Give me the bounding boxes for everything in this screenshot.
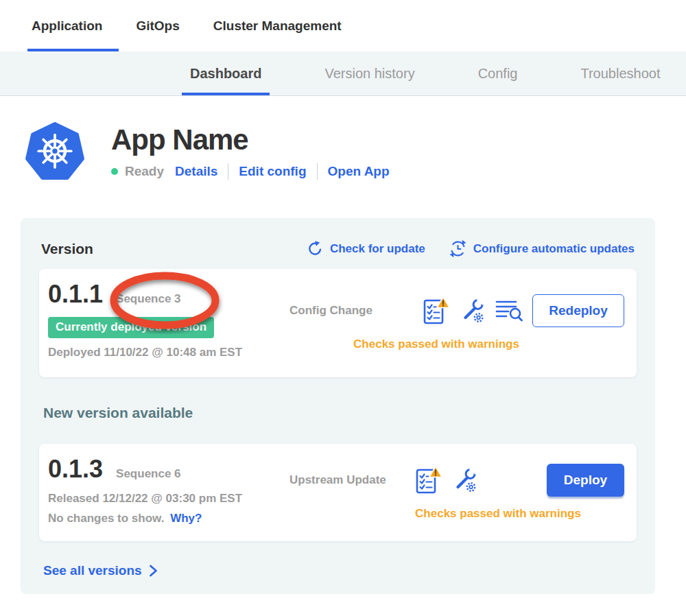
deploy-button[interactable]: Deploy	[547, 464, 624, 497]
see-all-versions-link[interactable]: See all versions	[43, 563, 158, 578]
checks-status-text[interactable]: Checks passed with warnings	[289, 507, 624, 521]
check-for-update-label: Check for update	[330, 242, 425, 256]
top-nav-item-application[interactable]: Application	[32, 0, 102, 51]
checks-status-text[interactable]: Checks passed with warnings	[289, 337, 624, 351]
no-changes-row: No changes to show. Why?	[48, 512, 289, 525]
details-link[interactable]: Details	[175, 164, 217, 179]
preflight-checks-warning-icon[interactable]	[415, 466, 442, 495]
page-title: App Name	[111, 123, 390, 156]
deployed-timestamp: Deployed 11/10/22 @ 10:48 am EST	[48, 346, 289, 359]
current-version-card: 0.1.1 Sequence 3 Currently deployed vers…	[39, 269, 637, 377]
app-tab-bar: Dashboard Version history Config Trouble…	[0, 51, 686, 96]
new-version-card: 0.1.3 Sequence 6 Released 12/12/22 @ 03:…	[39, 444, 637, 541]
version-panel-actions: Check for update Configure automatic upd…	[307, 239, 635, 258]
tab-troubleshoot[interactable]: Troubleshoot	[580, 51, 660, 95]
version-panel-header: Version Check for update Configure autom…	[21, 218, 655, 258]
preflight-checks-warning-icon[interactable]	[423, 296, 450, 325]
edit-config-link[interactable]: Edit config	[239, 164, 306, 179]
divider	[228, 163, 228, 180]
no-changes-text: No changes to show.	[48, 512, 164, 525]
version-panel-title: Version	[41, 241, 93, 257]
configure-automatic-updates-label: Configure automatic updates	[473, 242, 635, 256]
currently-deployed-badge: Currently deployed version	[48, 317, 214, 338]
configure-automatic-updates-link[interactable]: Configure automatic updates	[449, 239, 635, 258]
new-version-heading: New version available	[43, 405, 655, 421]
edit-config-wrench-icon[interactable]	[460, 297, 486, 324]
divider	[317, 163, 318, 180]
tab-dashboard[interactable]: Dashboard	[190, 51, 261, 95]
version-action-icons	[413, 296, 523, 325]
clock-refresh-icon	[449, 239, 467, 258]
open-app-link[interactable]: Open App	[328, 164, 390, 179]
new-version-info: 0.1.3 Sequence 6 Released 12/12/22 @ 03:…	[48, 455, 289, 529]
tab-config[interactable]: Config	[478, 51, 518, 95]
app-status-row: Ready Details Edit config Open App	[111, 163, 390, 180]
status-dot	[111, 168, 118, 175]
version-source-label: Config Change	[289, 304, 372, 318]
current-version-sequence: Sequence 3	[116, 292, 181, 306]
new-version-sequence: Sequence 6	[116, 467, 181, 481]
current-version-actions: Config Change	[289, 280, 624, 365]
chevron-right-icon	[149, 564, 158, 578]
status-text: Ready	[125, 164, 164, 179]
redeploy-button[interactable]: Redeploy	[532, 294, 624, 327]
current-version-number: 0.1.1	[48, 280, 103, 308]
new-version-number: 0.1.3	[48, 455, 103, 483]
version-source-label: Upstream Update	[289, 473, 386, 487]
version-action-icons	[405, 466, 478, 495]
top-nav-item-gitops[interactable]: GitOps	[136, 0, 179, 51]
top-nav: Application GitOps Cluster Management	[0, 0, 686, 51]
top-nav-item-cluster-management[interactable]: Cluster Management	[213, 0, 342, 51]
see-all-versions-label: See all versions	[43, 563, 142, 578]
new-version-actions: Upstream Update	[289, 455, 624, 529]
released-timestamp: Released 12/12/22 @ 03:30 pm EST	[48, 492, 289, 506]
tab-version-history[interactable]: Version history	[324, 51, 414, 95]
edit-config-wrench-icon[interactable]	[452, 466, 478, 494]
kubernetes-logo-icon	[25, 122, 85, 182]
why-link[interactable]: Why?	[170, 512, 202, 525]
app-header: App Name Ready Details Edit config Open …	[25, 122, 686, 182]
refresh-icon	[307, 240, 324, 257]
version-panel: Version Check for update Configure autom…	[21, 218, 655, 594]
check-for-update-link[interactable]: Check for update	[307, 240, 425, 257]
view-files-diff-icon[interactable]	[495, 299, 523, 322]
current-version-info: 0.1.1 Sequence 3 Currently deployed vers…	[48, 280, 289, 365]
